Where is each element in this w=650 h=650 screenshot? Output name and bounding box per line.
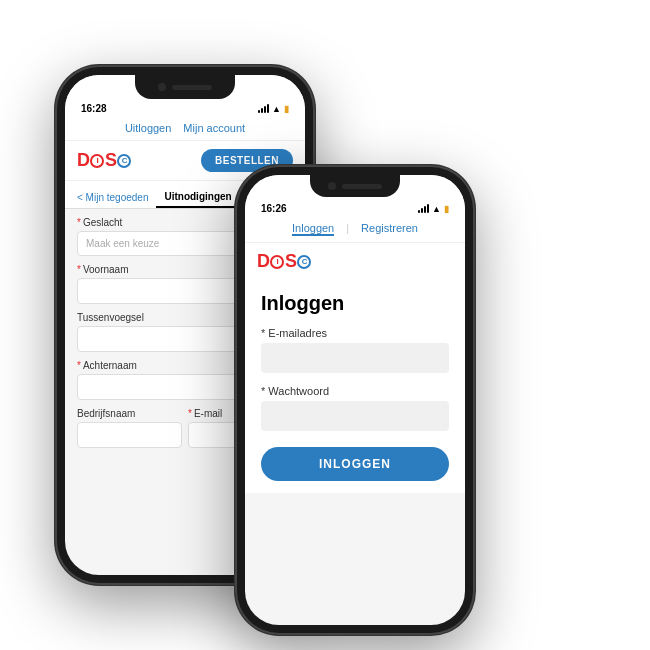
signal-right [418, 205, 429, 213]
password-input[interactable] [261, 401, 449, 431]
password-label: * Wachtwoord [261, 385, 449, 397]
phone-right-screen: 16:26 ▲ ▮ Inloggen | Registreren [245, 175, 465, 625]
camera-right [328, 182, 336, 190]
disc-logo-left: D I S C [77, 150, 132, 171]
email-input[interactable] [261, 343, 449, 373]
wifi-right: ▲ [432, 204, 441, 214]
login-nav-link[interactable]: Inloggen [292, 222, 334, 236]
time-right: 16:26 [261, 203, 287, 214]
logout-link[interactable]: Uitloggen [125, 122, 171, 134]
logo-bar-right: D I S C [245, 243, 465, 280]
camera-left [158, 83, 166, 91]
speaker-left [172, 85, 212, 90]
wifi-left: ▲ [272, 104, 281, 114]
phones-container: 16:28 ▲ ▮ Uitloggen Mijn account [35, 35, 615, 615]
disc-logo-right: D I S C [257, 251, 312, 272]
active-tab[interactable]: Uitnodigingen [156, 187, 239, 208]
account-link[interactable]: Mijn account [183, 122, 245, 134]
battery-left: ▮ [284, 104, 289, 114]
email-label: * E-mailadres [261, 327, 449, 339]
login-form: Inloggen * E-mailadres * Wachtwoord INLO… [245, 280, 465, 493]
nav-bar-left: Uitloggen Mijn account [65, 116, 305, 141]
input-bedrijfsnaam[interactable] [77, 422, 182, 448]
nav-bar-right: Inloggen | Registreren [245, 216, 465, 243]
label-bedrijfsnaam: Bedrijfsnaam [77, 408, 182, 419]
phone-right: 16:26 ▲ ▮ Inloggen | Registreren [235, 165, 475, 635]
status-icons-left: ▲ ▮ [258, 104, 289, 114]
signal-left [258, 105, 269, 113]
status-icons-right: ▲ ▮ [418, 204, 449, 214]
notch-left [135, 75, 235, 99]
login-title: Inloggen [261, 292, 449, 315]
field-bedrijfsnaam: Bedrijfsnaam [77, 408, 182, 448]
battery-right: ▮ [444, 204, 449, 214]
speaker-right [342, 184, 382, 189]
register-nav-link[interactable]: Registreren [361, 222, 418, 236]
notch-right [310, 175, 400, 197]
back-tab[interactable]: < Mijn tegoeden [77, 192, 148, 203]
login-button[interactable]: INLOGGEN [261, 447, 449, 481]
time-left: 16:28 [81, 103, 107, 114]
